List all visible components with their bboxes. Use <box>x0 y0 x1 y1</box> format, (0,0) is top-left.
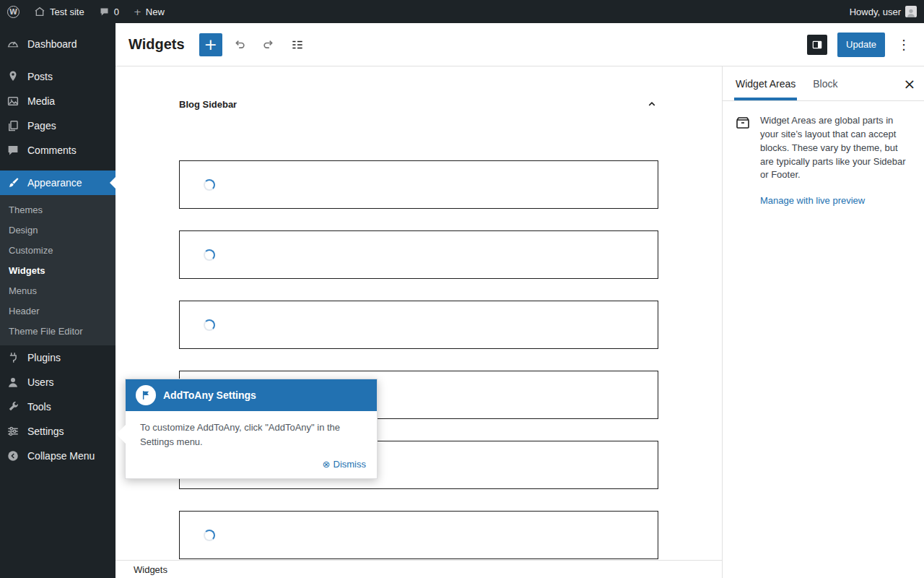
addtoany-pointer-popup: AddToAny Settings To customize AddToAny,… <box>125 379 378 479</box>
paintbrush-icon <box>6 176 20 189</box>
widget-areas-description: Widget Areas are global parts in your si… <box>723 101 924 220</box>
site-name-menu[interactable]: Test site <box>27 0 92 23</box>
widget-block-placeholder[interactable] <box>179 301 658 349</box>
submenu-label: Widgets <box>9 265 45 276</box>
pointer-header: AddToAny Settings <box>126 379 377 411</box>
menu-separator <box>0 163 116 171</box>
redo-button[interactable] <box>260 36 277 53</box>
submenu-label: Header <box>9 306 40 316</box>
wp-logo-menu[interactable]: W <box>0 0 27 23</box>
block-list <box>166 121 671 559</box>
close-settings-button[interactable]: × <box>895 66 924 100</box>
widget-area-icon <box>734 114 751 207</box>
sidebar-item-settings[interactable]: Settings <box>0 419 116 444</box>
submenu-item-themes[interactable]: Themes <box>0 199 116 220</box>
sidebar-item-posts[interactable]: Posts <box>0 64 116 89</box>
settings-sidebar-toggle-button[interactable] <box>807 35 827 55</box>
menu-separator <box>0 56 116 64</box>
wrench-icon <box>6 400 20 413</box>
tab-block[interactable]: Block <box>804 66 846 100</box>
block-inserter-button[interactable]: + <box>199 33 222 56</box>
admin-bar: W Test site 0 + New Howdy, user <box>0 0 924 23</box>
pin-icon <box>6 70 20 83</box>
sidebar-item-label: Pages <box>27 120 56 131</box>
widget-area-title: Blog Sidebar <box>179 99 237 110</box>
submenu-label: Menus <box>9 285 37 296</box>
sidebar-item-collapse-menu[interactable]: Collapse Menu <box>0 444 116 468</box>
manage-live-preview-link[interactable]: Manage with live preview <box>760 195 865 206</box>
sidebar-item-users[interactable]: Users <box>0 370 116 394</box>
sidebar-item-comments[interactable]: Comments <box>0 138 116 163</box>
widget-area-panel: Blog Sidebar <box>166 87 671 559</box>
sidebar-item-label: Comments <box>27 144 77 156</box>
submenu-item-design[interactable]: Design <box>0 220 116 240</box>
sidebar-item-label: Media <box>27 95 55 107</box>
submenu-item-widgets[interactable]: Widgets <box>0 260 116 280</box>
sidebar-item-media[interactable]: Media <box>0 89 116 113</box>
comment-bubble-icon <box>99 7 110 17</box>
submenu-label: Customize <box>9 245 53 256</box>
sidebar-item-plugins[interactable]: Plugins <box>0 345 116 370</box>
pointer-message: To customize AddToAny, click "AddToAny" … <box>140 420 357 449</box>
block-breadcrumb-bar: Widgets <box>116 560 722 578</box>
dismiss-label: Dismiss <box>334 459 367 470</box>
media-icon <box>6 95 20 108</box>
howdy-label: Howdy, user <box>850 7 901 17</box>
plus-icon: + <box>134 7 141 17</box>
loading-spinner <box>204 179 215 191</box>
options-menu-button[interactable]: ⋮ <box>895 36 912 53</box>
sidebar-item-label: Appearance <box>27 177 82 189</box>
widget-block-placeholder[interactable] <box>179 230 658 279</box>
pointer-body: To customize AddToAny, click "AddToAny" … <box>126 411 377 478</box>
widget-block-placeholder[interactable] <box>179 511 658 559</box>
sidebar-item-label: Dashboard <box>27 38 77 50</box>
sidebar-item-label: Users <box>27 376 54 388</box>
submenu-item-header[interactable]: Header <box>0 301 116 321</box>
user-icon <box>6 376 20 389</box>
dismiss-circle-x-icon: ⊗ <box>323 459 331 470</box>
update-button[interactable]: Update <box>837 33 885 57</box>
breadcrumb[interactable]: Widgets <box>134 564 167 575</box>
submenu-item-customize[interactable]: Customize <box>0 240 116 260</box>
my-account-menu[interactable]: Howdy, user <box>842 0 924 23</box>
settings-panel-tabs: Widget Areas Block × <box>723 66 924 101</box>
avatar <box>905 6 917 17</box>
sidebar-item-label: Settings <box>27 426 64 437</box>
submenu-item-theme-file-editor[interactable]: Theme File Editor <box>0 321 116 341</box>
undo-button[interactable] <box>231 36 248 53</box>
tab-widget-areas[interactable]: Widget Areas <box>727 66 804 100</box>
submenu-item-menus[interactable]: Menus <box>0 280 116 301</box>
home-icon <box>34 6 45 17</box>
plugin-icon <box>6 351 20 364</box>
chevron-up-icon[interactable] <box>645 98 658 111</box>
sidebar-item-dashboard[interactable]: Dashboard <box>0 32 116 56</box>
sidebar-item-tools[interactable]: Tools <box>0 394 116 419</box>
sidebar-item-appearance[interactable]: Appearance <box>0 171 116 195</box>
sidebar-item-pages[interactable]: Pages <box>0 113 116 138</box>
collapse-arrow-icon <box>6 449 20 462</box>
page-title: Widgets <box>128 36 185 53</box>
submenu-label: Design <box>9 225 38 236</box>
list-view-button[interactable] <box>289 36 306 53</box>
submenu-label: Theme File Editor <box>9 326 83 337</box>
widget-area-header[interactable]: Blog Sidebar <box>166 87 671 121</box>
dashboard-icon <box>6 38 20 51</box>
sidebar-item-label: Plugins <box>27 352 61 363</box>
new-content-menu[interactable]: + New <box>126 0 172 23</box>
comments-menu[interactable]: 0 <box>92 0 126 23</box>
sidebar-item-label: Collapse Menu <box>27 450 95 462</box>
submenu-label: Themes <box>9 204 43 215</box>
comments-count: 0 <box>114 7 119 17</box>
settings-icon <box>6 425 20 438</box>
widget-areas-help-text: Widget Areas are global parts in your si… <box>760 114 912 182</box>
settings-panel: Widget Areas Block × Widget Areas are gl… <box>722 66 924 578</box>
admin-sidebar: Dashboard Posts Media Pages Comments <box>0 23 116 578</box>
dismiss-link[interactable]: ⊗ Dismiss <box>323 459 366 470</box>
loading-spinner <box>204 530 215 541</box>
loading-spinner <box>204 249 215 261</box>
new-label: New <box>146 7 165 17</box>
site-name-label: Test site <box>50 7 84 17</box>
widget-block-placeholder[interactable] <box>179 160 658 209</box>
pages-icon <box>6 119 20 132</box>
sidebar-item-label: Tools <box>27 401 51 413</box>
